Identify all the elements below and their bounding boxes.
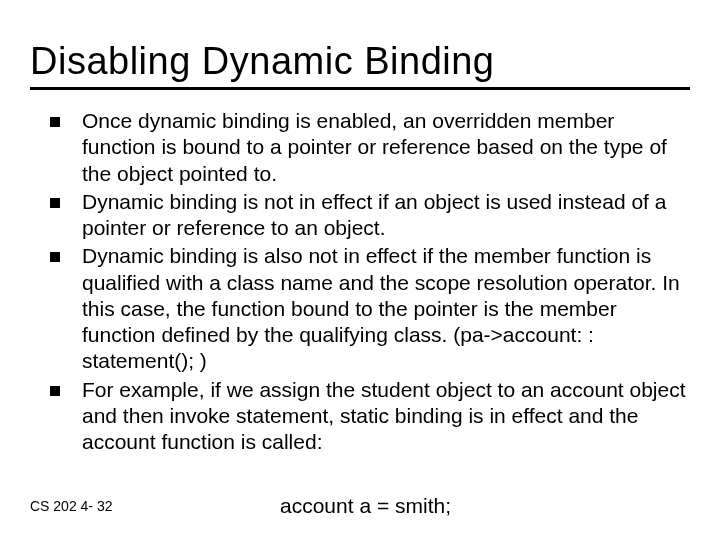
- bullet-item: Once dynamic binding is enabled, an over…: [50, 108, 690, 187]
- bullet-text: Dynamic binding is not in effect if an o…: [82, 189, 690, 242]
- code-example: account a = smith;: [280, 494, 451, 518]
- bullet-text: Dynamic binding is also not in effect if…: [82, 243, 690, 374]
- bullet-text: For example, if we assign the student ob…: [82, 377, 690, 456]
- square-bullet-icon: [50, 198, 60, 208]
- bullet-item: Dynamic binding is also not in effect if…: [50, 243, 690, 374]
- square-bullet-icon: [50, 117, 60, 127]
- slide-container: Disabling Dynamic Binding Once dynamic b…: [0, 0, 720, 455]
- slide-title: Disabling Dynamic Binding: [30, 40, 690, 90]
- slide-content: Once dynamic binding is enabled, an over…: [30, 108, 690, 455]
- bullet-text: Once dynamic binding is enabled, an over…: [82, 108, 690, 187]
- slide-footer: CS 202 4- 32: [30, 498, 113, 514]
- square-bullet-icon: [50, 386, 60, 396]
- bullet-item: For example, if we assign the student ob…: [50, 377, 690, 456]
- bullet-item: Dynamic binding is not in effect if an o…: [50, 189, 690, 242]
- square-bullet-icon: [50, 252, 60, 262]
